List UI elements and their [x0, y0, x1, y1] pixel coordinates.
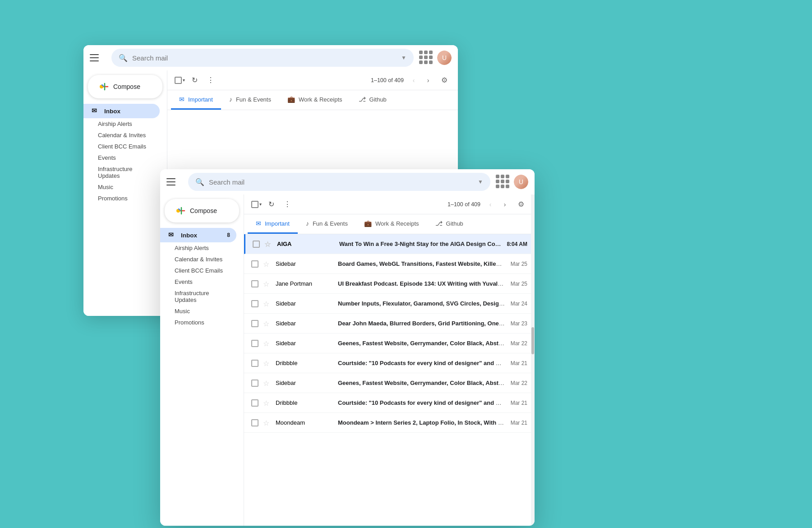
front-compose-plus-icon: [175, 205, 185, 216]
email-checkbox[interactable]: [251, 360, 258, 367]
email-sender: Dribbble: [276, 399, 334, 406]
email-star[interactable]: ☆: [263, 260, 271, 268]
front-tab-fun[interactable]: ♪ Fun & Events: [298, 214, 356, 234]
email-sender: Sidebar: [276, 260, 334, 267]
email-checkbox[interactable]: [251, 380, 258, 387]
front-search-input[interactable]: [209, 178, 474, 186]
front-more-button[interactable]: ⋮: [281, 198, 294, 211]
back-settings-button[interactable]: ⚙: [438, 74, 451, 87]
back-sidebar-item-music[interactable]: Music: [83, 181, 160, 193]
front-sidebar-item-inbox[interactable]: ✉ Inbox 8: [160, 228, 236, 242]
front-avatar[interactable]: U: [514, 175, 528, 189]
back-sidebar-item-inbox[interactable]: ✉ Inbox: [83, 104, 160, 118]
back-sidebar-item-infra[interactable]: Infrastructure Updates: [83, 163, 160, 181]
front-refresh-button[interactable]: ↻: [264, 198, 278, 211]
email-star[interactable]: ☆: [263, 359, 271, 367]
email-checkbox[interactable]: [251, 280, 258, 287]
front-inbox-badge: 8: [227, 232, 230, 238]
email-star[interactable]: ☆: [263, 379, 271, 387]
front-settings-button[interactable]: ⚙: [515, 198, 527, 211]
email-star[interactable]: ☆: [263, 280, 271, 288]
back-compose-button[interactable]: Compose: [88, 75, 162, 98]
avatar[interactable]: U: [437, 51, 452, 65]
back-sidebar-item-client[interactable]: Client BCC Emails: [83, 141, 160, 152]
back-sidebar-item-events[interactable]: Events: [83, 152, 160, 163]
important-tab-icon: ✉: [179, 96, 185, 103]
back-tab-fun[interactable]: ♪ Fun & Events: [221, 90, 279, 110]
email-star[interactable]: ☆: [263, 300, 271, 308]
email-sender: Sidebar: [276, 380, 334, 386]
front-airship-label: Airship Alerts: [175, 245, 209, 251]
hamburger-icon[interactable]: [90, 51, 102, 64]
front-compose-button[interactable]: Compose: [165, 199, 239, 222]
email-row[interactable]: ☆ Dribbble Courtside: "10 Podcasts for e…: [244, 393, 535, 413]
select-dropdown-arrow[interactable]: ▾: [183, 78, 185, 83]
front-sidebar-item-calendar[interactable]: Calendar & Invites: [160, 254, 236, 265]
email-star[interactable]: ☆: [263, 419, 271, 427]
back-next-page-button[interactable]: ›: [422, 74, 434, 87]
front-select-dropdown-arrow[interactable]: ▾: [259, 202, 262, 207]
front-sidebar-item-airship[interactable]: Airship Alerts: [160, 242, 236, 254]
front-content-area: ▾ ↻ ⋮ 1–100 of 409 ‹ › ⚙ ✉: [244, 195, 535, 526]
email-row[interactable]: ☆ Sidebar Dear John Maeda, Blurred Borde…: [244, 314, 535, 333]
front-tab-important[interactable]: ✉ Important: [248, 214, 298, 234]
back-tab-github[interactable]: ⎇ Github: [351, 90, 395, 110]
email-checkbox[interactable]: [253, 241, 260, 248]
front-sidebar-item-events[interactable]: Events: [160, 276, 236, 287]
email-row[interactable]: ☆ Sidebar Geenes, Fastest Website, Gerry…: [244, 333, 535, 353]
front-prev-page-button[interactable]: ‹: [484, 198, 497, 211]
back-tab-important[interactable]: ✉ Important: [171, 90, 221, 110]
front-sidebar-item-promo[interactable]: Promotions: [160, 317, 236, 328]
front-search-dropdown-icon[interactable]: ▼: [478, 179, 483, 185]
email-row[interactable]: ☆ Dribbble Courtside: "10 Podcasts for e…: [244, 353, 535, 373]
email-sender: AIGA: [277, 241, 336, 247]
back-select-all-checkbox[interactable]: ▾: [175, 77, 185, 84]
front-sidebar-item-infra[interactable]: Infrastructure Updates: [160, 287, 236, 306]
apps-icon[interactable]: [419, 51, 434, 65]
front-tab-important-label: Important: [265, 220, 290, 227]
back-toolbar: ▾ ↻ ⋮ 1–100 of 409 ‹ › ⚙: [167, 70, 458, 90]
email-checkbox[interactable]: [251, 340, 258, 347]
front-apps-icon[interactable]: [496, 175, 510, 189]
email-checkbox[interactable]: [251, 300, 258, 307]
email-star[interactable]: ☆: [263, 399, 271, 407]
fun-tab-icon: ♪: [229, 96, 232, 103]
back-refresh-button[interactable]: ↻: [188, 74, 201, 87]
email-row[interactable]: ☆ AIGA Want To Win a Free 3-Night Stay f…: [244, 234, 535, 254]
work-tab-icon: 💼: [287, 96, 295, 103]
email-checkbox[interactable]: [251, 399, 258, 407]
front-tab-work[interactable]: 💼 Work & Receipts: [356, 214, 427, 234]
front-toolbar: ▾ ↻ ⋮ 1–100 of 409 ‹ › ⚙: [244, 195, 535, 214]
back-sidebar: Compose ✉ Inbox Airship Alerts Calendar …: [83, 70, 167, 316]
email-star[interactable]: ☆: [263, 320, 271, 328]
email-row[interactable]: ☆ Sidebar Number Inputs, Flexulator, Gar…: [244, 294, 535, 314]
front-sidebar-item-client[interactable]: Client BCC Emails: [160, 265, 236, 276]
search-dropdown-icon[interactable]: ▼: [401, 55, 406, 61]
front-select-all-checkbox[interactable]: ▾: [251, 201, 262, 208]
email-row[interactable]: ☆ Jane Portman UI Breakfast Podcast. Epi…: [244, 274, 535, 294]
email-row[interactable]: ☆ Moondeam Moondeam > Intern Series 2, L…: [244, 413, 535, 433]
back-search-bar[interactable]: 🔍 ▼: [111, 49, 414, 67]
back-sidebar-item-promo[interactable]: Promotions: [83, 193, 160, 204]
email-row[interactable]: ☆ Sidebar Geenes, Fastest Website, Gerry…: [244, 373, 535, 393]
front-next-page-button[interactable]: ›: [498, 198, 511, 211]
front-hamburger-icon[interactable]: [166, 176, 179, 188]
email-checkbox[interactable]: [251, 260, 258, 268]
back-prev-page-button[interactable]: ‹: [407, 74, 420, 87]
email-row[interactable]: ☆ Sidebar Board Games, WebGL Transitions…: [244, 254, 535, 274]
back-sidebar-item-calendar[interactable]: Calendar & Invites: [83, 130, 160, 141]
scroll-indicator: [531, 195, 535, 526]
back-search-input[interactable]: [132, 54, 397, 62]
front-sidebar-item-music[interactable]: Music: [160, 306, 236, 317]
back-sidebar-item-airship[interactable]: Airship Alerts: [83, 118, 160, 130]
email-star[interactable]: ☆: [263, 339, 271, 347]
front-tab-github[interactable]: ⎇ Github: [427, 214, 471, 234]
email-star[interactable]: ☆: [264, 240, 272, 248]
back-tab-work[interactable]: 💼 Work & Receipts: [279, 90, 351, 110]
email-time: Mar 24: [511, 301, 527, 307]
email-checkbox[interactable]: [251, 419, 258, 426]
back-more-button[interactable]: ⋮: [204, 74, 217, 87]
email-checkbox[interactable]: [251, 320, 258, 327]
front-email-list[interactable]: ☆ AIGA Want To Win a Free 3-Night Stay f…: [244, 234, 535, 526]
front-search-bar[interactable]: 🔍 ▼: [188, 173, 490, 191]
